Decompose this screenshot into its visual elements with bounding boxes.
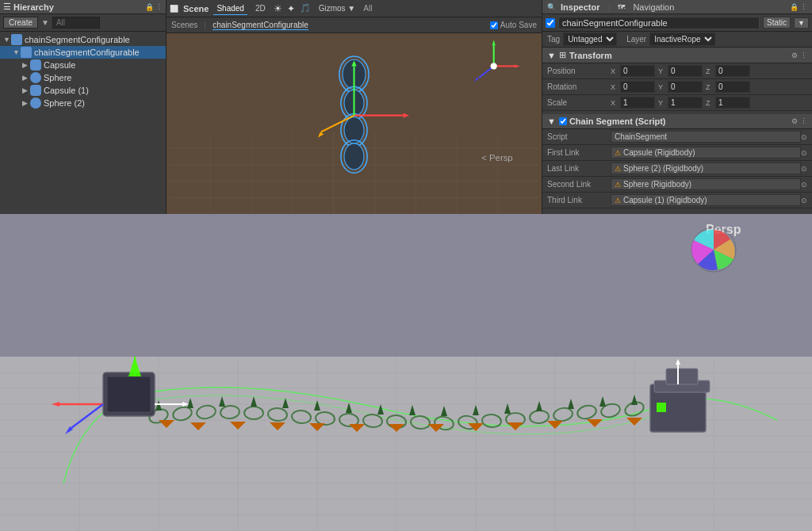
hierarchy-menu-icon[interactable]: ⋮ [155,3,163,11]
pos-z-label: Z [706,67,714,75]
chain-menu-icon[interactable]: ⋮ [800,117,807,125]
transform-settings-icon[interactable]: ⚙ [791,52,798,59]
hierarchy-child-item[interactable]: ▼ chainSegmentConfigurable [0,46,166,59]
navigation-tab[interactable]: Navigation [630,2,677,12]
rotation-x-group: X [611,81,655,93]
position-z-input[interactable] [715,65,750,77]
hierarchy-lock-icon[interactable]: 🔒 [145,3,154,11]
position-z-group: Z [706,65,750,77]
expand-arrow-child: ▼ [13,48,21,56]
root-object-label: chainSegmentConfigurable [25,35,130,44]
second-link-label: Second Link [547,180,611,189]
inspector-header: 🔍 Inspector | 🗺 Navigation 🔒 ⋮ [542,0,812,14]
child-object-icon [21,47,32,58]
hierarchy-root-item[interactable]: ▼ chainSegmentConfigurable [0,33,166,46]
rotation-z-input[interactable] [715,81,750,93]
root-object-icon [11,34,22,45]
scene-panel: ⬜ Scene Shaded 2D ☀ ✦ 🎵 Gizmos ▼ All Sce… [167,0,542,214]
rotation-x-input[interactable] [620,81,655,93]
position-label: Position [547,67,611,75]
hierarchy-panel-icons: 🔒 ⋮ [145,3,163,11]
rotation-z-group: Z [706,81,750,93]
hierarchy-search-input[interactable] [52,17,100,29]
chain-settings-icon[interactable]: ⚙ [791,117,798,125]
rotation-y-input[interactable] [668,81,703,93]
pos-x-label: X [611,67,619,75]
list-item[interactable]: ▶ Sphere [0,71,166,84]
layer-label: Layer [626,35,646,44]
first-link-ref-button[interactable]: ⊙ [801,149,807,157]
second-link-ref-button[interactable]: ⊙ [801,181,807,189]
position-x-input[interactable] [620,65,655,77]
tag-layer-row: Tag Untagged Layer InactiveRope [542,32,812,48]
scale-z-input[interactable] [715,97,750,109]
sphere2-icon [30,97,41,109]
rot-y-label: Y [658,83,666,91]
scale-y-input[interactable] [668,97,703,109]
svg-point-33 [491,63,497,69]
chain-segment-header[interactable]: ▼ Chain Segment (Script) ⚙ ⋮ [542,114,812,129]
expand-arrow-sphere2: ▶ [22,99,30,107]
child-object-label: chainSegmentConfigurable [34,48,140,57]
object-name-input[interactable] [558,17,760,29]
hierarchy-header: ☰ Hierarchy 🔒 ⋮ [0,0,166,14]
inspector-object-toolbar: Static ▼ [542,14,812,32]
tag-label: Tag [547,35,560,44]
tag-select[interactable]: Untagged [563,32,617,46]
inspector-menu-icon[interactable]: ⋮ [800,3,807,11]
2d-button[interactable]: 2D [252,2,269,14]
static-button[interactable]: Static [763,17,791,29]
transform-component-header[interactable]: ▼ ⊞ Transform ⚙ ⋮ [542,48,812,63]
hierarchy-icon: ☰ [3,2,11,12]
position-x-group: X [611,65,655,77]
auto-save-checkbox[interactable] [490,21,498,29]
scale-x-group: X [611,97,655,109]
position-y-input[interactable] [668,65,703,77]
rotation-row: Rotation X Y Z [542,79,812,95]
transform-expand-icon: ▼ [547,51,556,60]
chain-enable-checkbox[interactable] [559,117,567,125]
rotation-label: Rotation [547,82,611,91]
svg-rect-118 [666,369,698,384]
first-link-value: ⚠ Capsule (Rigidbody) [611,147,801,159]
rotation-y-group: Y [658,81,703,93]
transform-title: Transform [569,51,791,60]
separator: | [204,21,206,30]
shaded-dropdown[interactable]: Shaded [213,2,247,15]
last-link-ref-button[interactable]: ⊙ [801,165,807,173]
inspector-lock-icon[interactable]: 🔒 [790,3,799,11]
bottom-viewport: Persp [0,214,812,531]
third-link-row: Third Link ⚠ Capsule (1) (Rigidbody) ⊙ [542,193,812,208]
script-row: Script ChainSegment ⊙ [542,129,812,145]
object-enable-checkbox[interactable] [546,18,555,28]
third-link-ref-button[interactable]: ⊙ [801,197,807,204]
audio-icon: 🎵 [300,3,311,13]
hierarchy-toolbar: Create ▼ [0,14,166,32]
first-link-label: First Link [547,148,611,157]
inspector-panel: 🔍 Inspector | 🗺 Navigation 🔒 ⋮ Static ▼ … [542,0,812,214]
hierarchy-title: Hierarchy [13,2,54,12]
last-link-label: Last Link [547,164,611,173]
scale-z-label: Z [706,99,714,107]
scene-title: Scene [183,4,209,13]
list-item[interactable]: ▶ Capsule [0,59,166,71]
second-link-value: ⚠ Sphere (Rigidbody) [611,178,801,190]
script-ref-button[interactable]: ⊙ [801,133,807,141]
scale-z-group: Z [706,97,750,109]
layer-select[interactable]: InactiveRope [649,32,715,46]
scale-x-input[interactable] [620,97,655,109]
list-item[interactable]: ▶ Capsule (1) [0,84,166,97]
list-item[interactable]: ▶ Sphere (2) [0,97,166,109]
scenes-tab[interactable]: Scenes [171,21,197,29]
transform-menu-icon[interactable]: ⋮ [800,52,807,59]
gizmos-button[interactable]: Gizmos ▼ [316,2,359,14]
chain-expand-icon: ▼ [547,117,556,126]
object-tab[interactable]: chainSegmentConfigurable [213,21,308,30]
bottom-3d-scene: Persp [0,214,812,531]
rot-x-label: X [611,83,619,91]
static-dropdown-button[interactable]: ▼ [794,17,809,29]
inspector-panel-icon: 🔍 [547,3,556,11]
svg-rect-119 [657,403,666,412]
create-button[interactable]: Create [3,17,38,29]
scene-panel-icon: ⬜ [170,5,178,13]
